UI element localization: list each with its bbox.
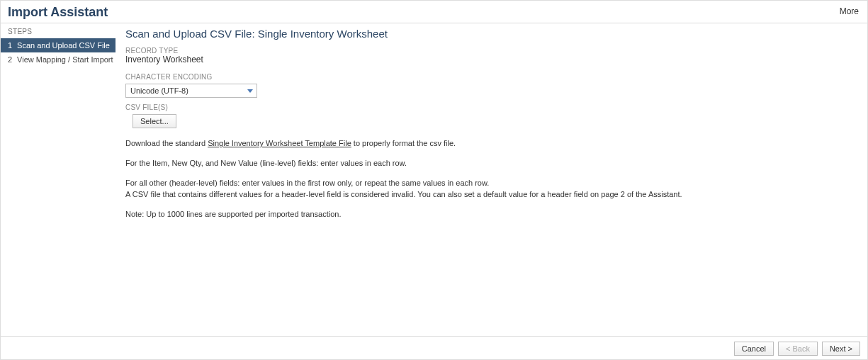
note-line-limit: Note: Up to 1000 lines are supported per… xyxy=(125,209,859,220)
line-level-instructions: For the Item, New Qty, and New Value (li… xyxy=(125,158,859,169)
page-title: Import Assistant xyxy=(8,5,108,19)
import-assistant-page: Import Assistant More STEPS 1 Scan and U… xyxy=(0,0,868,360)
steps-sidebar: STEPS 1 Scan and Upload CSV File 2 View … xyxy=(1,23,115,336)
select-file-button[interactable]: Select... xyxy=(133,114,176,128)
cancel-button[interactable]: Cancel xyxy=(734,342,774,356)
steps-header: STEPS xyxy=(1,23,115,38)
download-template-paragraph: Download the standard Single Inventory W… xyxy=(125,138,859,150)
more-link[interactable]: More xyxy=(840,6,859,16)
character-encoding-select[interactable]: Unicode (UTF-8) xyxy=(125,84,257,98)
next-button[interactable]: Next > xyxy=(822,342,860,356)
header-level-row2: A CSV file that contains different value… xyxy=(125,190,682,198)
step-number: 1 xyxy=(8,41,15,50)
body: STEPS 1 Scan and Upload CSV File 2 View … xyxy=(1,23,867,336)
step-view-mapping[interactable]: 2 View Mapping / Start Import xyxy=(1,52,115,67)
footer-bar: Cancel < Back Next > xyxy=(1,336,867,360)
page-header: Import Assistant More xyxy=(1,1,867,23)
header-level-instructions: For all other (header-level) fields: ent… xyxy=(125,178,859,201)
csv-files-label: CSV FILE(S) xyxy=(125,103,859,111)
encoding-label: CHARACTER ENCODING xyxy=(125,73,859,81)
main-title: Scan and Upload CSV File: Single Invento… xyxy=(125,28,859,40)
encoding-selected-value: Unicode (UTF-8) xyxy=(130,86,188,95)
record-type-label: RECORD TYPE xyxy=(125,47,859,55)
download-prefix: Download the standard xyxy=(125,139,208,147)
back-button: < Back xyxy=(778,342,818,356)
step-number: 2 xyxy=(8,55,15,64)
record-type-value: Inventory Worksheet xyxy=(125,55,859,64)
template-file-link[interactable]: Single Inventory Worksheet Template File xyxy=(208,139,351,147)
download-suffix: to properly format the csv file. xyxy=(351,139,456,147)
step-label: View Mapping / Start Import xyxy=(17,55,113,64)
header-level-row1: For all other (header-level) fields: ent… xyxy=(125,179,489,187)
step-scan-upload[interactable]: 1 Scan and Upload CSV File xyxy=(1,38,115,52)
step-label: Scan and Upload CSV File xyxy=(17,41,110,50)
main-content: Scan and Upload CSV File: Single Invento… xyxy=(115,23,867,336)
